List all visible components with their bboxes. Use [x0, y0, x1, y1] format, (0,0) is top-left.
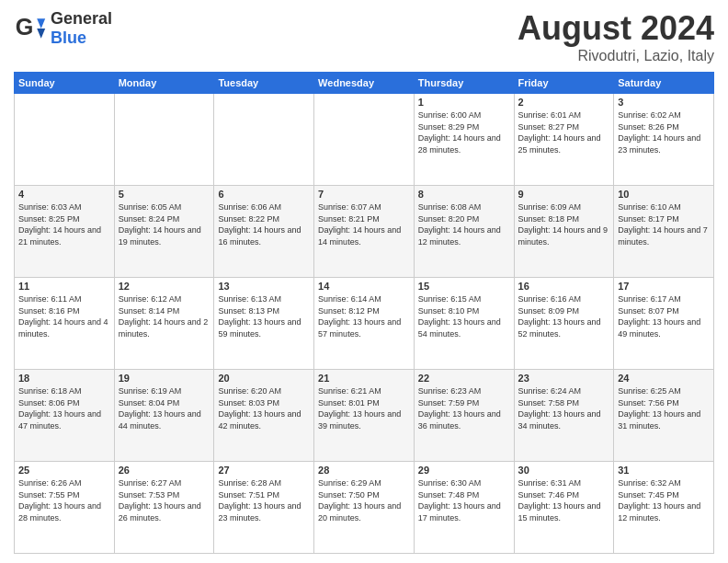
day-info-4: Sunrise: 6:03 AM Sunset: 8:25 PM Dayligh…: [18, 201, 110, 247]
calendar-cell-w4-d7: 24Sunrise: 6:25 AM Sunset: 7:56 PM Dayli…: [614, 370, 714, 462]
day-number-17: 17: [618, 281, 710, 292]
day-info-20: Sunrise: 6:20 AM Sunset: 8:03 PM Dayligh…: [218, 385, 310, 431]
calendar-cell-w1-d2: [114, 94, 214, 186]
calendar-cell-w1-d7: 3Sunrise: 6:02 AM Sunset: 8:26 PM Daylig…: [614, 94, 714, 186]
calendar-cell-w2-d3: 6Sunrise: 6:06 AM Sunset: 8:22 PM Daylig…: [214, 186, 314, 278]
day-info-30: Sunrise: 6:31 AM Sunset: 7:46 PM Dayligh…: [518, 477, 610, 523]
day-info-5: Sunrise: 6:05 AM Sunset: 8:24 PM Dayligh…: [119, 201, 210, 247]
day-number-31: 31: [618, 465, 710, 476]
day-info-22: Sunrise: 6:23 AM Sunset: 7:59 PM Dayligh…: [418, 385, 510, 431]
svg-marker-1: [37, 18, 45, 29]
day-info-14: Sunrise: 6:14 AM Sunset: 8:12 PM Dayligh…: [318, 293, 410, 339]
day-info-21: Sunrise: 6:21 AM Sunset: 8:01 PM Dayligh…: [318, 385, 410, 431]
day-number-19: 19: [119, 373, 210, 384]
day-info-28: Sunrise: 6:29 AM Sunset: 7:50 PM Dayligh…: [318, 477, 410, 523]
title-block: August 2024 Rivodutri, Lazio, Italy: [518, 9, 714, 64]
week-row-4: 18Sunrise: 6:18 AM Sunset: 8:06 PM Dayli…: [15, 370, 714, 462]
calendar-cell-w4-d4: 21Sunrise: 6:21 AM Sunset: 8:01 PM Dayli…: [314, 370, 415, 462]
weekday-header-saturday: Saturday: [614, 73, 714, 94]
calendar-cell-w5-d2: 26Sunrise: 6:27 AM Sunset: 7:53 PM Dayli…: [114, 462, 214, 554]
calendar-cell-w4-d6: 23Sunrise: 6:24 AM Sunset: 7:58 PM Dayli…: [514, 370, 614, 462]
calendar-cell-w3-d4: 14Sunrise: 6:14 AM Sunset: 8:12 PM Dayli…: [314, 278, 415, 370]
day-info-15: Sunrise: 6:15 AM Sunset: 8:10 PM Dayligh…: [418, 293, 510, 339]
day-number-7: 7: [318, 189, 410, 200]
day-info-23: Sunrise: 6:24 AM Sunset: 7:58 PM Dayligh…: [518, 385, 610, 431]
day-number-27: 27: [218, 465, 310, 476]
main-title: August 2024: [518, 9, 714, 48]
logo-icon: G: [14, 12, 47, 45]
day-number-9: 9: [518, 189, 610, 200]
weekday-header-row: SundayMondayTuesdayWednesdayThursdayFrid…: [15, 73, 714, 94]
day-info-1: Sunrise: 6:00 AM Sunset: 8:29 PM Dayligh…: [418, 109, 510, 155]
day-number-25: 25: [18, 465, 110, 476]
calendar-cell-w1-d1: [15, 94, 115, 186]
week-row-3: 11Sunrise: 6:11 AM Sunset: 8:16 PM Dayli…: [15, 278, 714, 370]
header: G General Blue August 2024 Rivodutri, La…: [14, 9, 714, 64]
day-number-30: 30: [518, 465, 610, 476]
calendar-cell-w3-d3: 13Sunrise: 6:13 AM Sunset: 8:13 PM Dayli…: [214, 278, 314, 370]
day-number-6: 6: [218, 189, 310, 200]
day-number-2: 2: [518, 97, 610, 108]
day-info-13: Sunrise: 6:13 AM Sunset: 8:13 PM Dayligh…: [218, 293, 310, 339]
logo: G General Blue: [14, 9, 112, 48]
calendar-cell-w2-d1: 4Sunrise: 6:03 AM Sunset: 8:25 PM Daylig…: [15, 186, 115, 278]
day-number-4: 4: [18, 189, 110, 200]
day-info-7: Sunrise: 6:07 AM Sunset: 8:21 PM Dayligh…: [318, 201, 410, 247]
day-info-6: Sunrise: 6:06 AM Sunset: 8:22 PM Dayligh…: [218, 201, 310, 247]
logo-general-text: General: [51, 9, 112, 29]
calendar-cell-w1-d5: 1Sunrise: 6:00 AM Sunset: 8:29 PM Daylig…: [414, 94, 514, 186]
calendar-cell-w3-d6: 16Sunrise: 6:16 AM Sunset: 8:09 PM Dayli…: [514, 278, 614, 370]
week-row-2: 4Sunrise: 6:03 AM Sunset: 8:25 PM Daylig…: [15, 186, 714, 278]
weekday-header-wednesday: Wednesday: [314, 73, 415, 94]
day-number-18: 18: [18, 373, 110, 384]
weekday-header-friday: Friday: [514, 73, 614, 94]
day-info-3: Sunrise: 6:02 AM Sunset: 8:26 PM Dayligh…: [618, 109, 710, 155]
calendar-cell-w2-d7: 10Sunrise: 6:10 AM Sunset: 8:17 PM Dayli…: [614, 186, 714, 278]
day-number-8: 8: [418, 189, 510, 200]
day-info-8: Sunrise: 6:08 AM Sunset: 8:20 PM Dayligh…: [418, 201, 510, 247]
day-number-12: 12: [119, 281, 210, 292]
logo-text: General Blue: [51, 9, 112, 48]
calendar-cell-w3-d2: 12Sunrise: 6:12 AM Sunset: 8:14 PM Dayli…: [114, 278, 214, 370]
day-info-9: Sunrise: 6:09 AM Sunset: 8:18 PM Dayligh…: [518, 201, 610, 247]
calendar-cell-w2-d4: 7Sunrise: 6:07 AM Sunset: 8:21 PM Daylig…: [314, 186, 415, 278]
day-number-1: 1: [418, 97, 510, 108]
day-info-12: Sunrise: 6:12 AM Sunset: 8:14 PM Dayligh…: [119, 293, 210, 339]
calendar-cell-w5-d3: 27Sunrise: 6:28 AM Sunset: 7:51 PM Dayli…: [214, 462, 314, 554]
day-number-16: 16: [518, 281, 610, 292]
week-row-1: 1Sunrise: 6:00 AM Sunset: 8:29 PM Daylig…: [15, 94, 714, 186]
calendar-cell-w2-d6: 9Sunrise: 6:09 AM Sunset: 8:18 PM Daylig…: [514, 186, 614, 278]
day-number-22: 22: [418, 373, 510, 384]
day-number-13: 13: [218, 281, 310, 292]
calendar: SundayMondayTuesdayWednesdayThursdayFrid…: [14, 72, 714, 554]
day-info-11: Sunrise: 6:11 AM Sunset: 8:16 PM Dayligh…: [18, 293, 110, 339]
day-number-24: 24: [618, 373, 710, 384]
logo-blue-text: Blue: [51, 29, 112, 48]
weekday-header-tuesday: Tuesday: [214, 73, 314, 94]
calendar-cell-w5-d7: 31Sunrise: 6:32 AM Sunset: 7:45 PM Dayli…: [614, 462, 714, 554]
day-info-26: Sunrise: 6:27 AM Sunset: 7:53 PM Dayligh…: [119, 477, 210, 523]
day-info-10: Sunrise: 6:10 AM Sunset: 8:17 PM Dayligh…: [618, 201, 710, 247]
calendar-cell-w3-d7: 17Sunrise: 6:17 AM Sunset: 8:07 PM Dayli…: [614, 278, 714, 370]
svg-text:G: G: [16, 14, 34, 40]
day-info-27: Sunrise: 6:28 AM Sunset: 7:51 PM Dayligh…: [218, 477, 310, 523]
calendar-cell-w1-d4: [314, 94, 415, 186]
weekday-header-monday: Monday: [114, 73, 214, 94]
day-number-5: 5: [119, 189, 210, 200]
day-info-17: Sunrise: 6:17 AM Sunset: 8:07 PM Dayligh…: [618, 293, 710, 339]
calendar-cell-w5-d6: 30Sunrise: 6:31 AM Sunset: 7:46 PM Dayli…: [514, 462, 614, 554]
day-number-20: 20: [218, 373, 310, 384]
calendar-cell-w3-d5: 15Sunrise: 6:15 AM Sunset: 8:10 PM Dayli…: [414, 278, 514, 370]
day-info-24: Sunrise: 6:25 AM Sunset: 7:56 PM Dayligh…: [618, 385, 710, 431]
day-number-26: 26: [119, 465, 210, 476]
calendar-cell-w3-d1: 11Sunrise: 6:11 AM Sunset: 8:16 PM Dayli…: [15, 278, 115, 370]
day-number-28: 28: [318, 465, 410, 476]
svg-marker-2: [37, 29, 45, 39]
calendar-cell-w4-d5: 22Sunrise: 6:23 AM Sunset: 7:59 PM Dayli…: [414, 370, 514, 462]
day-info-18: Sunrise: 6:18 AM Sunset: 8:06 PM Dayligh…: [18, 385, 110, 431]
day-number-3: 3: [618, 97, 710, 108]
day-number-21: 21: [318, 373, 410, 384]
day-info-2: Sunrise: 6:01 AM Sunset: 8:27 PM Dayligh…: [518, 109, 610, 155]
calendar-cell-w5-d4: 28Sunrise: 6:29 AM Sunset: 7:50 PM Dayli…: [314, 462, 415, 554]
day-number-23: 23: [518, 373, 610, 384]
